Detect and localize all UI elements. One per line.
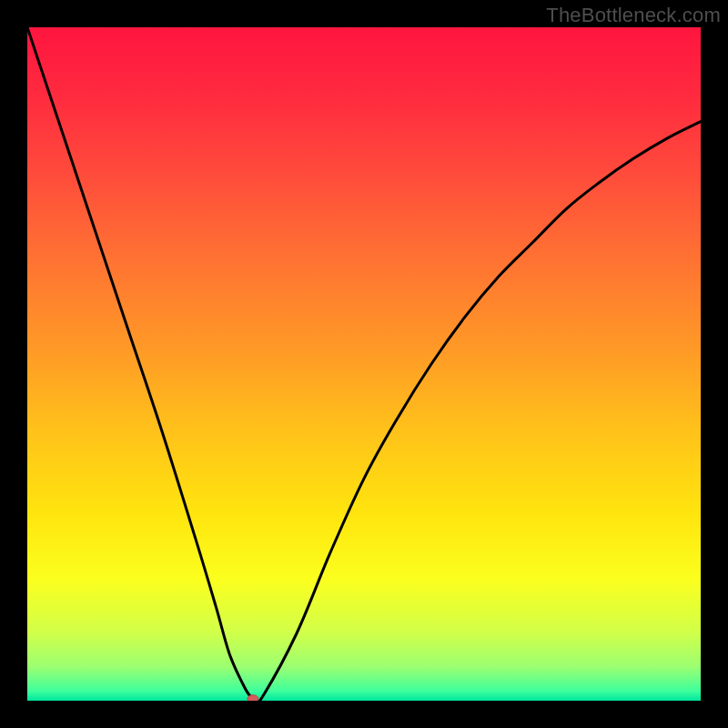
- watermark-text: TheBottleneck.com: [546, 4, 721, 27]
- bottleneck-chart: [27, 27, 701, 701]
- chart-area: [27, 27, 701, 701]
- optimum-marker: [248, 695, 258, 701]
- app-frame: TheBottleneck.com: [0, 0, 728, 728]
- gradient-background: [27, 27, 701, 701]
